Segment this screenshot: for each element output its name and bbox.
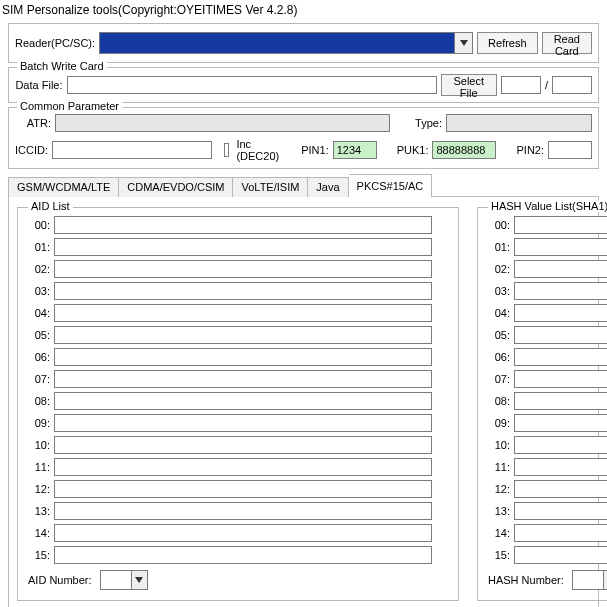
list-row: 02: bbox=[28, 260, 448, 278]
reader-label: Reader(PC/SC): bbox=[15, 37, 95, 49]
list-row: 07: bbox=[488, 370, 607, 388]
row-input[interactable] bbox=[514, 392, 607, 410]
row-index: 07: bbox=[488, 373, 510, 385]
refresh-button[interactable]: Refresh bbox=[477, 32, 538, 54]
row-input[interactable] bbox=[514, 348, 607, 366]
row-input[interactable] bbox=[54, 348, 432, 366]
pin2-input[interactable] bbox=[548, 141, 592, 159]
pin2-label: PIN2: bbox=[516, 144, 544, 156]
tab-cdma[interactable]: CDMA/EVDO/CSIM bbox=[119, 177, 233, 197]
row-input[interactable] bbox=[514, 524, 607, 542]
row-input[interactable] bbox=[514, 436, 607, 454]
aid-legend: AID List bbox=[28, 200, 73, 212]
row-index: 10: bbox=[28, 439, 50, 451]
row-input[interactable] bbox=[54, 524, 432, 542]
row-input[interactable] bbox=[54, 216, 432, 234]
row-input[interactable] bbox=[54, 436, 432, 454]
row-input[interactable] bbox=[514, 502, 607, 520]
list-row: 09: bbox=[28, 414, 448, 432]
path-separator: / bbox=[545, 79, 548, 91]
inc-label: Inc (DEC20) bbox=[236, 138, 279, 162]
chevron-down-icon bbox=[131, 571, 147, 589]
row-input[interactable] bbox=[514, 216, 607, 234]
reader-combo[interactable] bbox=[99, 32, 473, 54]
datafile-label: Data File: bbox=[15, 79, 63, 91]
row-input[interactable] bbox=[54, 392, 432, 410]
row-input[interactable] bbox=[514, 546, 607, 564]
tab-java[interactable]: Java bbox=[308, 177, 348, 197]
iccid-input[interactable] bbox=[52, 141, 212, 159]
batch-legend: Batch Write Card bbox=[17, 60, 107, 72]
row-input[interactable] bbox=[514, 238, 607, 256]
row-input[interactable] bbox=[54, 282, 432, 300]
row-index: 04: bbox=[28, 307, 50, 319]
row-index: 06: bbox=[488, 351, 510, 363]
row-input[interactable] bbox=[514, 304, 607, 322]
aid-list-group: AID List 00:01:02:03:04:05:06:07:08:09:1… bbox=[17, 207, 459, 601]
list-row: 10: bbox=[28, 436, 448, 454]
atr-input bbox=[55, 114, 390, 132]
row-input[interactable] bbox=[54, 458, 432, 476]
tab-panel: AID List 00:01:02:03:04:05:06:07:08:09:1… bbox=[8, 197, 599, 607]
inc-checkbox[interactable] bbox=[224, 143, 229, 157]
row-index: 02: bbox=[28, 263, 50, 275]
row-index: 06: bbox=[28, 351, 50, 363]
list-row: 04: bbox=[488, 304, 607, 322]
row-index: 09: bbox=[488, 417, 510, 429]
type-label: Type: bbox=[414, 117, 442, 129]
tab-volte[interactable]: VoLTE/ISIM bbox=[233, 177, 308, 197]
row-input[interactable] bbox=[514, 282, 607, 300]
row-input[interactable] bbox=[54, 370, 432, 388]
puk1-input[interactable] bbox=[432, 141, 496, 159]
list-row: 00: bbox=[28, 216, 448, 234]
aid-number-select[interactable] bbox=[100, 570, 148, 590]
row-index: 13: bbox=[28, 505, 50, 517]
hash-number-label: HASH Number: bbox=[488, 574, 564, 586]
list-row: 08: bbox=[28, 392, 448, 410]
row-input[interactable] bbox=[514, 260, 607, 278]
hash-number-select[interactable] bbox=[572, 570, 607, 590]
row-input[interactable] bbox=[54, 480, 432, 498]
row-index: 02: bbox=[488, 263, 510, 275]
row-input[interactable] bbox=[54, 546, 432, 564]
row-input[interactable] bbox=[54, 502, 432, 520]
list-row: 06: bbox=[28, 348, 448, 366]
row-index: 03: bbox=[28, 285, 50, 297]
row-index: 15: bbox=[28, 549, 50, 561]
row-input[interactable] bbox=[54, 414, 432, 432]
row-input[interactable] bbox=[514, 326, 607, 344]
row-input[interactable] bbox=[54, 238, 432, 256]
select-file-button[interactable]: Select File bbox=[441, 74, 497, 96]
list-row: 10: bbox=[488, 436, 607, 454]
row-index: 11: bbox=[488, 461, 510, 473]
path-part1-input[interactable] bbox=[501, 76, 541, 94]
row-input[interactable] bbox=[514, 458, 607, 476]
atr-label: ATR: bbox=[15, 117, 51, 129]
row-input[interactable] bbox=[54, 304, 432, 322]
pin1-input[interactable] bbox=[333, 141, 377, 159]
row-index: 14: bbox=[28, 527, 50, 539]
row-index: 01: bbox=[28, 241, 50, 253]
list-row: 11: bbox=[28, 458, 448, 476]
row-input[interactable] bbox=[514, 370, 607, 388]
list-row: 02: bbox=[488, 260, 607, 278]
row-input[interactable] bbox=[514, 480, 607, 498]
datafile-input[interactable] bbox=[67, 76, 437, 94]
row-index: 12: bbox=[488, 483, 510, 495]
tab-gsm[interactable]: GSM/WCDMA/LTE bbox=[8, 177, 119, 197]
list-row: 08: bbox=[488, 392, 607, 410]
row-input[interactable] bbox=[514, 414, 607, 432]
tab-pkcs15[interactable]: PKCS#15/AC bbox=[349, 174, 433, 197]
iccid-label: ICCID: bbox=[15, 144, 48, 156]
pin1-label: PIN1: bbox=[301, 144, 329, 156]
row-input[interactable] bbox=[54, 260, 432, 278]
hash-list-group: HASH Value List(SHA1) 00:01:02:03:04:05:… bbox=[477, 207, 607, 601]
row-index: 15: bbox=[488, 549, 510, 561]
list-row: 14: bbox=[488, 524, 607, 542]
row-input[interactable] bbox=[54, 326, 432, 344]
list-row: 11: bbox=[488, 458, 607, 476]
list-row: 14: bbox=[28, 524, 448, 542]
path-part2-input[interactable] bbox=[552, 76, 592, 94]
read-card-button[interactable]: Read Card bbox=[542, 32, 592, 54]
type-input bbox=[446, 114, 592, 132]
